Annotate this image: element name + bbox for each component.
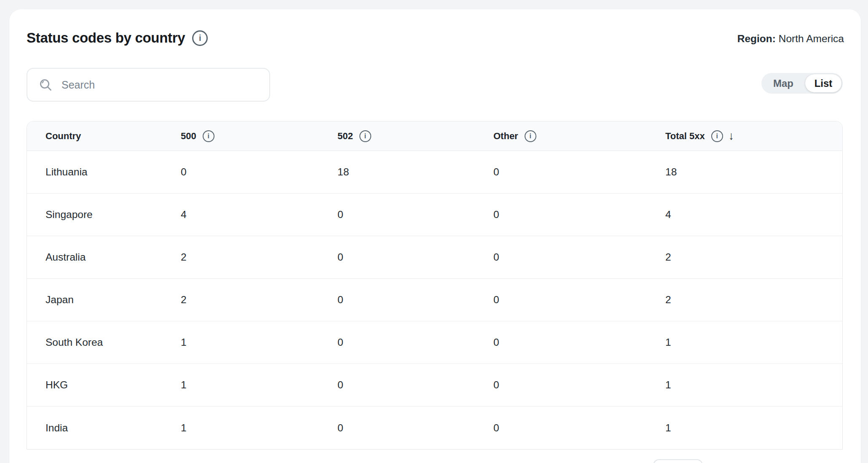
cell-500: 1: [181, 336, 338, 348]
cell-500: 1: [181, 379, 338, 391]
toggle-option-list[interactable]: List: [805, 74, 841, 92]
cell-502: 0: [338, 294, 493, 306]
status-codes-table: Country 500 i 502 i Other i Total 5xx i …: [27, 121, 843, 450]
table-row: India 1 0 0 1: [27, 406, 842, 449]
cell-other: 0: [493, 209, 665, 221]
cell-total-5xx: 2: [665, 251, 842, 263]
cell-total-5xx: 1: [665, 379, 842, 391]
cell-country: Singapore: [46, 209, 181, 221]
cell-total-5xx: 2: [665, 294, 842, 306]
cell-other: 0: [493, 166, 665, 178]
table-header-row: Country 500 i 502 i Other i Total 5xx i …: [27, 121, 842, 151]
cell-other: 0: [493, 251, 665, 263]
cell-500: 0: [181, 166, 338, 178]
toggle-option-map[interactable]: Map: [761, 78, 805, 89]
column-header-country[interactable]: Country: [46, 131, 181, 142]
cell-country: Lithuania: [46, 166, 181, 178]
cell-other: 0: [493, 379, 665, 391]
column-label: Total 5xx: [665, 131, 705, 142]
cell-other: 0: [493, 422, 665, 434]
cell-500: 2: [181, 251, 338, 263]
sort-desc-icon[interactable]: ↓: [729, 130, 734, 142]
cell-502: 0: [338, 336, 493, 348]
cell-country: India: [46, 422, 181, 434]
table-row: Japan 2 0 0 2: [27, 279, 842, 321]
col-500-info-icon[interactable]: i: [203, 130, 214, 142]
table-row: Lithuania 0 18 0 18: [27, 151, 842, 194]
panel-header: Status codes by country i: [27, 30, 208, 46]
cell-total-5xx: 18: [665, 166, 842, 178]
title-info-icon[interactable]: i: [192, 30, 208, 46]
cell-502: 18: [338, 166, 493, 178]
search-input[interactable]: [62, 69, 259, 101]
table-row: Singapore 4 0 0 4: [27, 194, 842, 236]
cell-502: 0: [338, 209, 493, 221]
view-toggle: Map List: [761, 73, 843, 94]
cell-country: HKG: [46, 379, 181, 391]
cell-502: 0: [338, 379, 493, 391]
cell-502: 0: [338, 422, 493, 434]
column-header-other[interactable]: Other i: [493, 130, 665, 142]
status-codes-panel: Status codes by country i Region: North …: [9, 9, 861, 463]
table-row: HKG 1 0 0 1: [27, 364, 842, 406]
col-502-info-icon[interactable]: i: [359, 130, 371, 142]
cell-total-5xx: 1: [665, 336, 842, 348]
column-header-502[interactable]: 502 i: [338, 130, 493, 142]
column-header-total-5xx[interactable]: Total 5xx i ↓: [665, 130, 842, 142]
cell-other: 0: [493, 336, 665, 348]
cell-500: 4: [181, 209, 338, 221]
region-label: Region:: [737, 33, 776, 44]
cell-country: South Korea: [46, 336, 181, 348]
cell-502: 0: [338, 251, 493, 263]
table-row: South Korea 1 0 0 1: [27, 321, 842, 364]
cell-500: 1: [181, 422, 338, 434]
column-header-500[interactable]: 500 i: [181, 130, 338, 142]
cell-500: 2: [181, 294, 338, 306]
column-label: 500: [181, 131, 196, 142]
cell-total-5xx: 1: [665, 422, 842, 434]
table-row: Australia 2 0 0 2: [27, 236, 842, 279]
col-total-5xx-info-icon[interactable]: i: [711, 130, 723, 142]
cell-country: Japan: [46, 294, 181, 306]
pagination-button-partial[interactable]: [653, 459, 703, 463]
cell-total-5xx: 4: [665, 209, 842, 221]
column-label: 502: [338, 131, 353, 142]
region-value: North America: [779, 33, 844, 44]
col-other-info-icon[interactable]: i: [525, 130, 536, 142]
region-indicator: Region: North America: [737, 32, 844, 45]
search-icon: [38, 78, 53, 92]
cell-country: Australia: [46, 251, 181, 263]
column-label: Country: [46, 131, 81, 142]
search-box[interactable]: [27, 68, 270, 102]
cell-other: 0: [493, 294, 665, 306]
page-title: Status codes by country: [27, 30, 185, 46]
column-label: Other: [493, 131, 518, 142]
